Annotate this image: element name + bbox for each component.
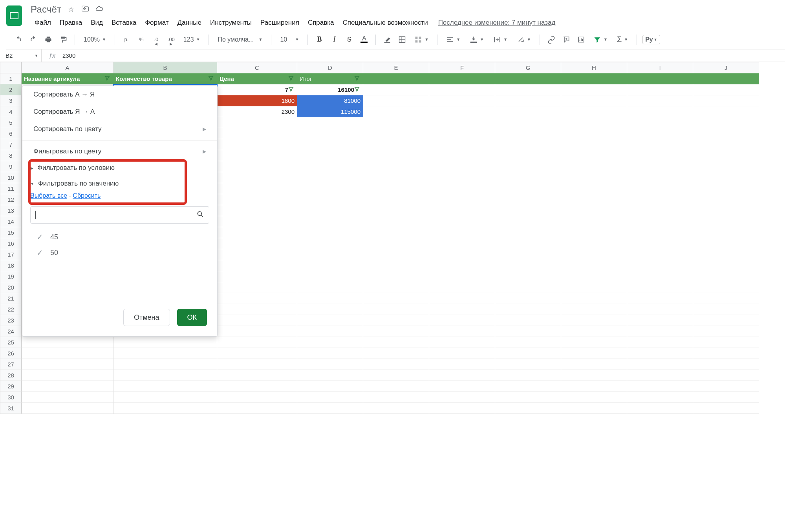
font-size-select[interactable]: 10▼	[277, 35, 302, 45]
row-header-1[interactable]: 1	[0, 73, 22, 84]
cell-C4[interactable]: 2300	[217, 106, 297, 117]
percent-button[interactable]: %	[135, 34, 147, 46]
menu-accessibility[interactable]: Специальные возможности	[339, 17, 432, 28]
text-rotation-button[interactable]: ▼	[514, 34, 534, 45]
increase-decimals-button[interactable]: .00▶	[165, 34, 177, 46]
menu-help[interactable]: Справка	[304, 17, 338, 28]
col-header-B[interactable]: B	[113, 62, 217, 73]
formula-input[interactable]: 2300	[60, 52, 785, 59]
cell-D2[interactable]: 16100	[297, 84, 363, 95]
fill-color-button[interactable]	[381, 34, 393, 46]
insert-link-button[interactable]	[545, 34, 557, 46]
col-header-F[interactable]: F	[429, 62, 495, 73]
text-color-button[interactable]: A	[358, 34, 370, 46]
cell-C3[interactable]: 1800	[217, 95, 297, 106]
row-header-3[interactable]: 3	[0, 95, 22, 106]
filter-value-item[interactable]: ✓45	[37, 229, 209, 245]
cloud-status-icon[interactable]	[95, 5, 104, 15]
filter-icon[interactable]	[354, 75, 360, 82]
filter-icon[interactable]	[208, 75, 214, 82]
fx-icon: ƒx	[41, 49, 60, 62]
text-wrap-button[interactable]: ▼	[490, 34, 511, 45]
menu-edit[interactable]: Правка	[56, 17, 86, 28]
col-header-D[interactable]: D	[297, 62, 363, 73]
insert-comment-button[interactable]	[560, 34, 572, 46]
insert-chart-button[interactable]	[575, 34, 587, 46]
strikethrough-button[interactable]: S	[343, 34, 355, 46]
filter-icon[interactable]	[354, 86, 360, 93]
filter-by-color-item[interactable]: Фильтровать по цвету▶	[22, 143, 217, 160]
undo-button[interactable]	[13, 34, 24, 46]
row-header-4[interactable]: 4	[0, 106, 22, 117]
move-folder-icon[interactable]	[81, 5, 90, 15]
ok-button[interactable]: ОК	[177, 309, 207, 326]
last-edit-link[interactable]: Последнее изменение: 7 минут назад	[438, 19, 556, 27]
cell-C2[interactable]: 7	[217, 84, 297, 95]
cell-C1[interactable]: Цена	[217, 73, 297, 84]
menu-insert[interactable]: Вставка	[108, 17, 140, 28]
merge-cells-button[interactable]: ▼	[411, 34, 432, 45]
cell-D3[interactable]: 81000	[297, 95, 363, 106]
col-header-G[interactable]: G	[495, 62, 561, 73]
select-all-link[interactable]: Выбрать все	[30, 192, 67, 199]
filter-icon[interactable]	[104, 75, 111, 82]
filter-search-input[interactable]	[40, 208, 192, 222]
filter-value-list: ✓45 ✓50	[22, 227, 217, 264]
sort-az-item[interactable]: Сортировать А → Я	[22, 86, 217, 103]
col-header-E[interactable]: E	[363, 62, 429, 73]
menu-view[interactable]: Вид	[87, 17, 107, 28]
col-header-J[interactable]: J	[693, 62, 759, 73]
clear-link[interactable]: Сбросить	[73, 192, 101, 199]
sort-by-color-item[interactable]: Сортировать по цвету▶	[22, 120, 217, 138]
paint-format-button[interactable]	[57, 34, 69, 46]
filter-icon[interactable]	[288, 75, 295, 82]
name-box[interactable]: B2▼	[0, 52, 41, 59]
borders-button[interactable]	[396, 34, 408, 46]
menu-data[interactable]: Данные	[174, 17, 205, 28]
currency-button[interactable]: р.	[121, 34, 132, 46]
row-header-5[interactable]: 5	[0, 117, 22, 128]
menu-tools[interactable]: Инструменты	[206, 17, 256, 28]
app-logo[interactable]	[6, 3, 27, 24]
cell-A1[interactable]: Название артикула	[22, 73, 113, 84]
cell-B1[interactable]: Количество товара	[113, 73, 217, 84]
input-tools-button[interactable]: Ру▼	[642, 35, 660, 44]
horizontal-align-button[interactable]: ▼	[443, 34, 463, 45]
vertical-align-button[interactable]: ▼	[467, 34, 487, 45]
cell-D1[interactable]: Итог	[297, 73, 363, 84]
col-header-I[interactable]: I	[627, 62, 693, 73]
print-button[interactable]	[42, 34, 54, 46]
zoom-select[interactable]: 100%▼	[81, 35, 109, 45]
star-icon[interactable]: ☆	[67, 5, 75, 14]
menu-file[interactable]: Файл	[31, 17, 55, 28]
italic-button[interactable]: I	[328, 34, 340, 46]
sort-za-item[interactable]: Сортировать Я → А	[22, 103, 217, 120]
row-header-2[interactable]: 2	[0, 84, 22, 95]
redo-button[interactable]	[27, 34, 39, 46]
filter-button[interactable]: ▼	[590, 34, 611, 45]
filter-value-item[interactable]: ✓50	[37, 245, 209, 261]
number-format-select[interactable]: 123▼	[180, 35, 203, 45]
filter-icon[interactable]	[288, 86, 295, 93]
col-header-A[interactable]: A	[22, 62, 113, 73]
menu-extensions[interactable]: Расширения	[256, 17, 303, 28]
functions-button[interactable]: Σ▼	[614, 33, 631, 46]
toolbar: 100%▼ р. % .0◀ .00▶ 123▼ По умолча...▼ 1…	[6, 30, 785, 49]
cancel-button[interactable]: Отмена	[123, 309, 170, 326]
select-all-corner[interactable]	[0, 62, 22, 73]
bold-button[interactable]: B	[313, 34, 325, 46]
cursor-icon	[35, 211, 36, 219]
sheets-icon	[6, 5, 22, 26]
menu-bar: Файл Правка Вид Вставка Формат Данные Ин…	[31, 16, 555, 30]
decrease-decimals-button[interactable]: .0◀	[150, 34, 162, 46]
check-icon: ✓	[37, 248, 43, 257]
col-header-C[interactable]: C	[217, 62, 297, 73]
menu-format[interactable]: Формат	[141, 17, 172, 28]
filter-by-condition-item[interactable]: ▶Фильтровать по условию	[22, 160, 217, 176]
font-select[interactable]: По умолча...▼	[214, 35, 265, 45]
cell-D4[interactable]: 115000	[297, 106, 363, 117]
col-header-H[interactable]: H	[561, 62, 627, 73]
doc-title[interactable]: Расчёт	[31, 4, 61, 15]
formula-bar: B2▼ ƒx 2300	[0, 49, 785, 62]
filter-by-value-item[interactable]: ▼Фильтровать по значению	[22, 176, 217, 191]
